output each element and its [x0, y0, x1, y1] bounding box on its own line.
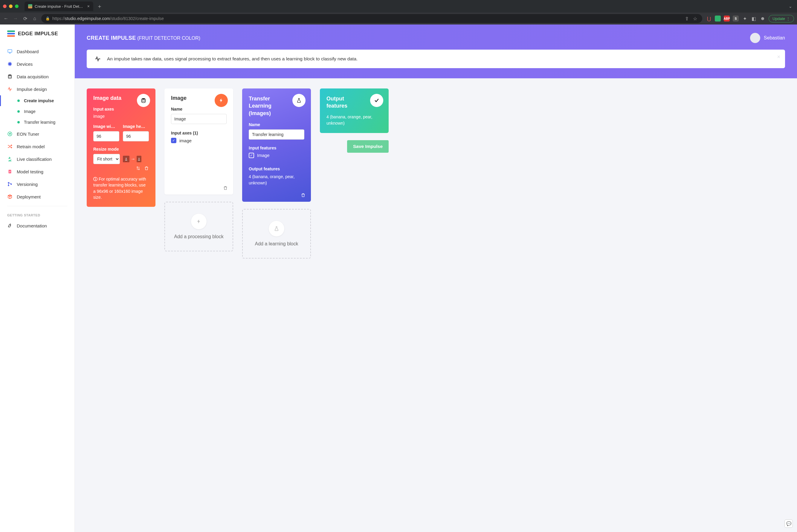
resize-preview-icon: →	[123, 156, 141, 162]
tab-title: Create impulse - Fruit Detector	[35, 4, 85, 9]
page-title-wrap: CREATE IMPULSE (FRUIT DETECTOR COLOR)	[87, 35, 200, 41]
close-icon[interactable]: ×	[777, 54, 780, 60]
branch-icon	[7, 182, 13, 187]
nav-dashboard[interactable]: Dashboard	[0, 45, 74, 58]
database-icon	[137, 94, 150, 107]
address-bar[interactable]: 🔒 https://studio.edgeimpulse.com/studio/…	[41, 14, 702, 23]
bookmark-star-icon[interactable]: ☆	[692, 16, 698, 21]
nav-eon-tuner[interactable]: EON Tuner	[0, 128, 74, 140]
subnav-transfer-learning[interactable]: Transfer learning	[0, 117, 74, 128]
nav-model-testing[interactable]: Model testing	[0, 165, 74, 178]
clipboard-check-icon	[7, 169, 13, 174]
svg-rect-1	[9, 63, 11, 65]
chip-icon	[7, 61, 13, 66]
logo-mark	[7, 31, 15, 37]
axis-image-label: image	[179, 138, 192, 143]
sidepanel-icon[interactable]: ◧	[751, 16, 757, 21]
subnav-image[interactable]: Image	[0, 106, 74, 117]
add-processing-block[interactable]: Add a processing block	[165, 202, 233, 251]
extension-green[interactable]	[715, 16, 721, 21]
page-header: CREATE IMPULSE (FRUIT DETECTOR COLOR) Se…	[75, 24, 797, 78]
section-getting-started: GETTING STARTED	[0, 209, 74, 220]
url-text: https://studio.edgeimpulse.com/studio/81…	[52, 16, 681, 21]
rocket-icon	[7, 223, 13, 228]
image-height-label: Image he…	[123, 124, 149, 129]
save-impulse-button[interactable]: Save Impulse	[347, 140, 388, 153]
profile-avatar-icon[interactable]: ☻	[760, 16, 765, 21]
output-column: Output features 4 (banana, orange, pear,…	[320, 89, 388, 153]
pocket-icon[interactable]: ⋃	[706, 16, 712, 21]
trash-icon[interactable]	[223, 186, 228, 190]
info-text: An impulse takes raw data, uses signal p…	[107, 56, 358, 61]
reorder-icon[interactable]	[136, 166, 140, 171]
checkbox-checked-icon: ✓	[249, 153, 254, 158]
nav-versioning[interactable]: Versioning	[0, 178, 74, 190]
share-icon[interactable]: ⇪	[684, 16, 690, 21]
learn-name-label: Name	[249, 122, 304, 127]
sidebar: EDGE IMPULSE Dashboard Devices Data acqu…	[0, 24, 75, 532]
checkbox-checked-icon: ✓	[171, 138, 176, 143]
input-note: ⓘ For optimal accuracy with transfer lea…	[93, 176, 149, 200]
proc-axes-label: Input axes (1)	[171, 131, 227, 135]
add-learning-block[interactable]: Add a learning block	[242, 209, 311, 259]
nav-documentation[interactable]: Documentation	[0, 220, 74, 232]
monitor-icon	[7, 49, 13, 54]
svg-point-9	[126, 158, 127, 159]
nav-impulse-design[interactable]: Impulse design	[0, 83, 74, 95]
trash-icon[interactable]	[144, 166, 149, 171]
browser-tab-strip: Create impulse - Fruit Detector × ＋ ⌄	[0, 0, 797, 13]
input-column: Image data Input axes image Image wi… Im…	[87, 89, 155, 207]
input-axes-label: Input axes	[93, 107, 149, 112]
flask-icon	[269, 221, 284, 236]
extension-abp[interactable]: ABP	[724, 16, 730, 21]
tab-close-icon[interactable]: ×	[87, 4, 90, 9]
resize-mode-select[interactable]: Fit short	[93, 154, 120, 164]
nav-retrain[interactable]: Retrain model	[0, 140, 74, 153]
nav-deployment[interactable]: Deployment	[0, 190, 74, 203]
subnav-create-impulse[interactable]: Create impulse	[0, 95, 74, 106]
extensions-icon[interactable]: ✦	[742, 16, 748, 21]
browser-update-button[interactable]: Update ⋮	[768, 15, 794, 22]
learn-name-input[interactable]	[249, 129, 304, 139]
input-block-card: Image data Input axes image Image wi… Im…	[87, 89, 155, 207]
check-icon	[370, 94, 383, 107]
processing-block-card: Image Name Input axes (1) ✓ image	[165, 89, 233, 194]
nav-devices[interactable]: Devices	[0, 58, 74, 70]
status-dot-icon	[17, 99, 20, 102]
avatar	[750, 33, 760, 43]
sidebar-nav: Dashboard Devices Data acquisition Impul…	[0, 43, 74, 234]
impulse-canvas: Image data Input axes image Image wi… Im…	[75, 78, 797, 269]
nav-live-classification[interactable]: Live classification	[0, 153, 74, 165]
user-name: Sebastian	[764, 35, 785, 41]
extension-s[interactable]: S	[733, 16, 739, 21]
window-minimize[interactable]	[9, 4, 13, 8]
user-menu[interactable]: Sebastian	[750, 33, 785, 43]
new-tab-button[interactable]: ＋	[97, 3, 102, 10]
svg-point-2	[8, 74, 12, 76]
proc-name-input[interactable]	[171, 114, 227, 124]
window-controls	[3, 4, 19, 8]
nav-back-icon[interactable]: ←	[3, 16, 9, 21]
bolt-icon	[215, 94, 228, 107]
nav-home-icon[interactable]: ⌂	[32, 16, 38, 21]
tabs-overflow-icon[interactable]: ⌄	[789, 4, 792, 9]
window-maximize[interactable]	[15, 4, 19, 8]
feature-image-label: Image	[257, 153, 270, 158]
axis-image-row[interactable]: ✓ image	[171, 138, 227, 143]
browser-tab[interactable]: Create impulse - Fruit Detector ×	[24, 1, 93, 11]
image-height-input[interactable]	[123, 131, 149, 141]
svg-rect-0	[8, 50, 12, 52]
lock-icon: 🔒	[45, 16, 50, 21]
trash-icon[interactable]	[301, 193, 305, 197]
nav-forward-icon[interactable]: →	[13, 16, 19, 21]
feedback-button[interactable]: 💬	[784, 519, 793, 528]
feature-image-row[interactable]: ✓ Image	[249, 153, 304, 158]
image-width-input[interactable]	[93, 131, 119, 141]
brand-logo[interactable]: EDGE IMPULSE	[0, 24, 74, 43]
learn-input-features-label: Input features	[249, 146, 304, 150]
window-close[interactable]	[3, 4, 6, 8]
nav-data-acquisition[interactable]: Data acquisition	[0, 70, 74, 83]
nav-reload-icon[interactable]: ⟳	[22, 16, 28, 21]
learning-column: Transfer Learning (Images) Name Input fe…	[242, 89, 311, 259]
svg-point-5	[8, 182, 9, 183]
